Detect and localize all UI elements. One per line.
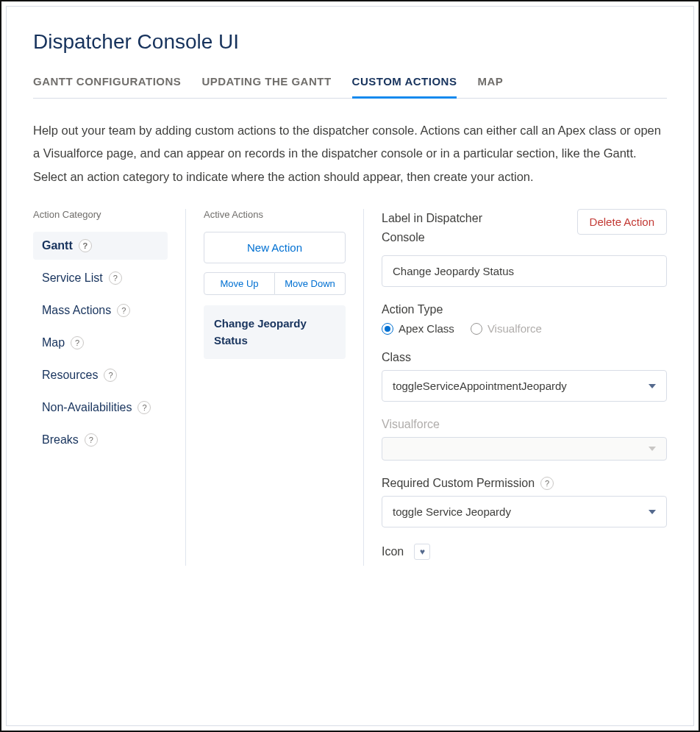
move-up-button[interactable]: Move Up (204, 272, 275, 295)
help-icon[interactable]: ? (540, 477, 554, 490)
action-category-panel: Action Category Gantt ? Service List ? M… (33, 209, 186, 566)
category-label: Resources (42, 369, 98, 382)
tab-updating-the-gantt[interactable]: UPDATING THE GANTT (201, 75, 331, 99)
icon-label: Icon ♥ (382, 544, 667, 560)
tab-gantt-configurations[interactable]: GANTT CONFIGURATIONS (33, 75, 181, 99)
delete-action-button[interactable]: Delete Action (577, 209, 667, 235)
radio-label: Apex Class (399, 322, 454, 335)
help-icon[interactable]: ? (79, 239, 92, 252)
label-in-console-input[interactable] (382, 255, 667, 287)
category-mass-actions[interactable]: Mass Actions ? (33, 296, 168, 324)
category-map[interactable]: Map ? (33, 329, 168, 357)
category-gantt[interactable]: Gantt ? (33, 232, 168, 260)
radio-icon (471, 323, 482, 335)
category-label: Gantt (42, 239, 73, 252)
action-detail-panel: Label in Dispatcher Console Delete Actio… (364, 209, 667, 566)
help-icon[interactable]: ? (117, 304, 130, 317)
action-type-label: Action Type (382, 303, 667, 316)
class-label: Class (382, 351, 667, 364)
action-category-header: Action Category (33, 209, 168, 220)
new-action-button[interactable]: New Action (204, 232, 346, 263)
category-label: Service List (42, 271, 103, 285)
category-label: Mass Actions (42, 304, 111, 317)
radio-label: Visualforce (488, 322, 542, 335)
icon-label-text: Icon (382, 545, 404, 558)
category-resources[interactable]: Resources ? (33, 361, 168, 389)
move-down-button[interactable]: Move Down (275, 272, 346, 295)
category-service-list[interactable]: Service List ? (33, 264, 168, 292)
chevron-down-icon (649, 447, 656, 451)
tab-custom-actions[interactable]: CUSTOM ACTIONS (352, 75, 457, 99)
category-non-availabilities[interactable]: Non-Availabilities ? (33, 394, 168, 422)
chevron-down-icon (649, 510, 656, 514)
permission-label-text: Required Custom Permission (382, 477, 535, 490)
help-icon[interactable]: ? (138, 401, 151, 414)
select-value: toggleServiceAppointmentJeopardy (393, 380, 567, 392)
help-icon[interactable]: ? (109, 271, 122, 285)
category-label: Non-Availabilities (42, 401, 132, 414)
help-icon[interactable]: ? (85, 433, 98, 447)
active-actions-header: Active Actions (204, 209, 346, 220)
visualforce-label: Visualforce (382, 418, 667, 431)
select-value: toggle Service Jeopardy (393, 505, 511, 518)
permission-select[interactable]: toggle Service Jeopardy (382, 496, 667, 527)
chevron-down-icon (649, 384, 656, 388)
help-icon[interactable]: ? (104, 369, 117, 382)
radio-apex-class[interactable]: Apex Class (382, 322, 454, 335)
class-select[interactable]: toggleServiceAppointmentJeopardy (382, 370, 667, 402)
help-text: Help out your team by adding custom acti… (33, 119, 667, 188)
label-in-console-label: Label in Dispatcher Console (382, 209, 492, 246)
visualforce-select (382, 437, 667, 461)
permission-label: Required Custom Permission ? (382, 477, 667, 490)
active-actions-panel: Active Actions New Action Move Up Move D… (186, 209, 364, 566)
category-label: Map (42, 336, 65, 349)
radio-visualforce[interactable]: Visualforce (471, 322, 542, 335)
page-title: Dispatcher Console UI (33, 30, 667, 54)
action-item-change-jeopardy-status[interactable]: Change Jeopardy Status (204, 305, 346, 359)
category-label: Breaks (42, 433, 79, 447)
tab-map[interactable]: MAP (477, 75, 503, 99)
help-icon[interactable]: ? (71, 336, 84, 349)
tab-bar: GANTT CONFIGURATIONS UPDATING THE GANTT … (33, 74, 667, 99)
heart-icon[interactable]: ♥ (414, 544, 430, 560)
category-breaks[interactable]: Breaks ? (33, 426, 168, 454)
radio-icon (382, 323, 393, 335)
